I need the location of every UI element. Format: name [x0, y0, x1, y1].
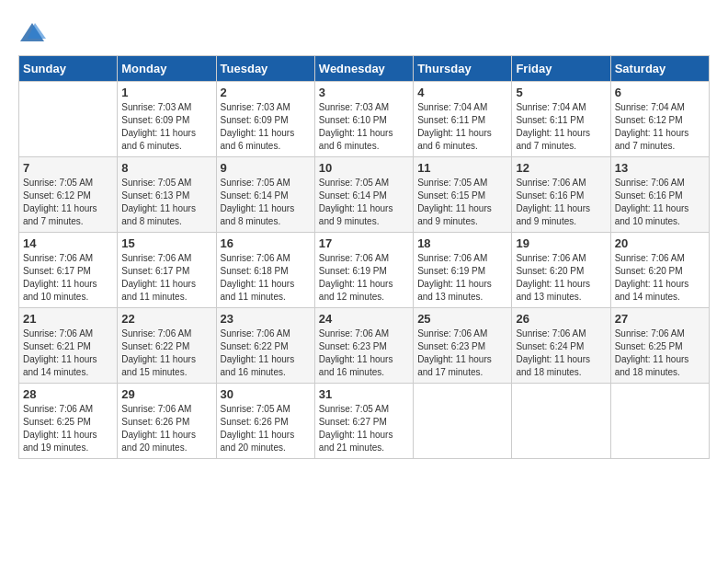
day-detail: Sunrise: 7:05 AM Sunset: 6:13 PM Dayligh…: [121, 177, 211, 228]
sunrise-label: Sunrise: 7:06 AM: [23, 253, 93, 263]
sunset-label: Sunset: 6:13 PM: [121, 190, 189, 201]
daylight-label: Daylight: 11 hours and 10 minutes.: [23, 279, 97, 302]
sunset-label: Sunset: 6:17 PM: [121, 266, 189, 276]
day-detail: Sunrise: 7:03 AM Sunset: 6:09 PM Dayligh…: [221, 101, 311, 153]
day-detail: Sunrise: 7:06 AM Sunset: 6:23 PM Dayligh…: [417, 327, 507, 379]
day-detail: Sunrise: 7:05 AM Sunset: 6:15 PM Dayligh…: [417, 177, 507, 228]
daylight-label: Daylight: 11 hours and 16 minutes.: [221, 354, 295, 377]
day-cell: 17 Sunrise: 7:06 AM Sunset: 6:19 PM Dayl…: [314, 233, 413, 308]
day-cell: [512, 384, 610, 459]
sunrise-label: Sunrise: 7:04 AM: [615, 102, 685, 112]
day-number: 18: [417, 236, 507, 250]
sunset-label: Sunset: 6:24 PM: [516, 341, 584, 351]
day-detail: Sunrise: 7:06 AM Sunset: 6:25 PM Dayligh…: [615, 327, 705, 379]
header-saturday: Saturday: [610, 56, 709, 82]
day-number: 28: [23, 387, 113, 401]
week-row-3: 14 Sunrise: 7:06 AM Sunset: 6:17 PM Dayl…: [19, 233, 710, 308]
sunrise-label: Sunrise: 7:05 AM: [23, 178, 93, 188]
sunrise-label: Sunrise: 7:05 AM: [221, 178, 290, 188]
day-number: 26: [516, 312, 606, 326]
sunrise-label: Sunrise: 7:05 AM: [121, 178, 191, 188]
day-cell: 25 Sunrise: 7:06 AM Sunset: 6:23 PM Dayl…: [414, 308, 512, 384]
sunset-label: Sunset: 6:12 PM: [615, 115, 683, 125]
day-detail: Sunrise: 7:06 AM Sunset: 6:22 PM Dayligh…: [221, 327, 311, 379]
day-number: 29: [121, 387, 211, 401]
day-cell: 26 Sunrise: 7:06 AM Sunset: 6:24 PM Dayl…: [512, 308, 610, 384]
day-number: 11: [417, 161, 507, 175]
day-cell: 30 Sunrise: 7:05 AM Sunset: 6:26 PM Dayl…: [216, 384, 314, 459]
day-cell: 20 Sunrise: 7:06 AM Sunset: 6:20 PM Dayl…: [610, 233, 709, 308]
day-detail: Sunrise: 7:04 AM Sunset: 6:12 PM Dayligh…: [615, 101, 705, 153]
daylight-label: Daylight: 11 hours and 17 minutes.: [417, 354, 492, 377]
daylight-label: Daylight: 11 hours and 11 minutes.: [221, 279, 295, 302]
daylight-label: Daylight: 11 hours and 20 minutes.: [221, 430, 295, 453]
sunset-label: Sunset: 6:26 PM: [221, 417, 289, 427]
day-number: 9: [221, 161, 311, 175]
sunrise-label: Sunrise: 7:06 AM: [221, 253, 290, 263]
sunrise-label: Sunrise: 7:06 AM: [121, 253, 191, 263]
sunrise-label: Sunrise: 7:06 AM: [417, 328, 487, 339]
daylight-label: Daylight: 11 hours and 9 minutes.: [516, 203, 590, 226]
sunrise-label: Sunrise: 7:05 AM: [319, 404, 389, 414]
sunrise-label: Sunrise: 7:03 AM: [221, 102, 290, 112]
day-detail: Sunrise: 7:06 AM Sunset: 6:17 PM Dayligh…: [121, 252, 211, 304]
day-number: 21: [23, 312, 113, 326]
sunset-label: Sunset: 6:22 PM: [221, 341, 289, 351]
sunrise-label: Sunrise: 7:06 AM: [121, 404, 191, 414]
sunset-label: Sunset: 6:23 PM: [319, 341, 387, 351]
day-detail: Sunrise: 7:06 AM Sunset: 6:23 PM Dayligh…: [319, 327, 409, 379]
sunrise-label: Sunrise: 7:06 AM: [319, 328, 389, 339]
logo-icon: [18, 18, 46, 46]
day-detail: Sunrise: 7:06 AM Sunset: 6:26 PM Dayligh…: [121, 403, 211, 454]
day-cell: 24 Sunrise: 7:06 AM Sunset: 6:23 PM Dayl…: [314, 308, 413, 384]
sunset-label: Sunset: 6:19 PM: [417, 266, 485, 276]
day-number: 12: [516, 161, 606, 175]
daylight-label: Daylight: 11 hours and 12 minutes.: [319, 279, 393, 302]
sunrise-label: Sunrise: 7:06 AM: [221, 328, 290, 339]
day-number: 10: [319, 161, 409, 175]
week-row-1: 1 Sunrise: 7:03 AM Sunset: 6:09 PM Dayli…: [19, 82, 710, 157]
daylight-label: Daylight: 11 hours and 18 minutes.: [516, 354, 590, 377]
sunset-label: Sunset: 6:10 PM: [319, 115, 387, 125]
day-cell: [414, 384, 512, 459]
header-friday: Friday: [512, 56, 610, 82]
day-detail: Sunrise: 7:04 AM Sunset: 6:11 PM Dayligh…: [417, 101, 507, 153]
sunset-label: Sunset: 6:18 PM: [221, 266, 289, 276]
day-cell: 22 Sunrise: 7:06 AM Sunset: 6:22 PM Dayl…: [118, 308, 216, 384]
day-cell: 21 Sunrise: 7:06 AM Sunset: 6:21 PM Dayl…: [19, 308, 118, 384]
sunset-label: Sunset: 6:16 PM: [615, 190, 683, 201]
week-row-4: 21 Sunrise: 7:06 AM Sunset: 6:21 PM Dayl…: [19, 308, 710, 384]
day-cell: 4 Sunrise: 7:04 AM Sunset: 6:11 PM Dayli…: [414, 82, 512, 157]
sunrise-label: Sunrise: 7:04 AM: [516, 102, 586, 112]
day-cell: 13 Sunrise: 7:06 AM Sunset: 6:16 PM Dayl…: [610, 157, 709, 233]
daylight-label: Daylight: 11 hours and 19 minutes.: [23, 430, 97, 453]
day-detail: Sunrise: 7:06 AM Sunset: 6:20 PM Dayligh…: [615, 252, 705, 304]
sunrise-label: Sunrise: 7:06 AM: [615, 178, 685, 188]
daylight-label: Daylight: 11 hours and 8 minutes.: [121, 203, 196, 226]
header-tuesday: Tuesday: [216, 56, 314, 82]
logo: [18, 18, 50, 46]
day-number: 19: [516, 236, 606, 250]
sunrise-label: Sunrise: 7:06 AM: [23, 404, 93, 414]
sunset-label: Sunset: 6:20 PM: [516, 266, 584, 276]
sunset-label: Sunset: 6:21 PM: [23, 341, 91, 351]
header-sunday: Sunday: [19, 56, 118, 82]
day-number: 4: [417, 86, 507, 99]
daylight-label: Daylight: 11 hours and 6 minutes.: [121, 128, 196, 151]
day-cell: 31 Sunrise: 7:05 AM Sunset: 6:27 PM Dayl…: [314, 384, 413, 459]
header-wednesday: Wednesday: [314, 56, 413, 82]
day-detail: Sunrise: 7:06 AM Sunset: 6:22 PM Dayligh…: [121, 327, 211, 379]
day-number: 1: [121, 86, 211, 99]
sunset-label: Sunset: 6:14 PM: [221, 190, 289, 201]
day-cell: 29 Sunrise: 7:06 AM Sunset: 6:26 PM Dayl…: [118, 384, 216, 459]
day-detail: Sunrise: 7:05 AM Sunset: 6:26 PM Dayligh…: [221, 403, 311, 454]
day-detail: Sunrise: 7:06 AM Sunset: 6:21 PM Dayligh…: [23, 327, 113, 379]
week-row-2: 7 Sunrise: 7:05 AM Sunset: 6:12 PM Dayli…: [19, 157, 710, 233]
day-cell: 6 Sunrise: 7:04 AM Sunset: 6:12 PM Dayli…: [610, 82, 709, 157]
day-number: 3: [319, 86, 409, 99]
day-cell: 5 Sunrise: 7:04 AM Sunset: 6:11 PM Dayli…: [512, 82, 610, 157]
sunset-label: Sunset: 6:23 PM: [417, 341, 485, 351]
day-number: 25: [417, 312, 507, 326]
sunrise-label: Sunrise: 7:06 AM: [121, 328, 191, 339]
day-cell: 3 Sunrise: 7:03 AM Sunset: 6:10 PM Dayli…: [314, 82, 413, 157]
